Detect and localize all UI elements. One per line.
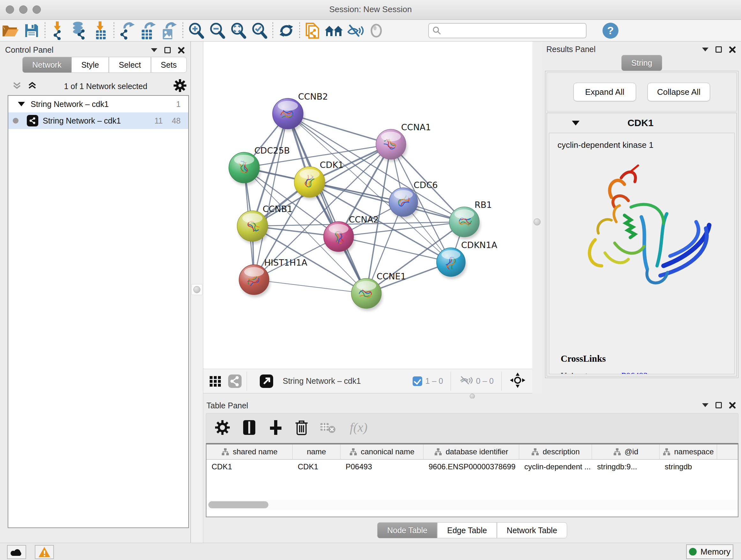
eye-disabled-icon[interactable]	[366, 21, 387, 40]
column-tree-icon	[221, 448, 229, 456]
scrollbar-thumb[interactable]	[208, 501, 268, 508]
table-cell[interactable]: cyclin-dependent ...	[519, 460, 592, 474]
column-header-shared-name[interactable]: shared name	[206, 444, 293, 459]
column-header-canonical-name[interactable]: canonical name	[340, 444, 423, 459]
table-row[interactable]: CDK1CDK1P064939606.ENSP00000378699cyclin…	[206, 460, 738, 474]
expand-all-button[interactable]: Expand All	[574, 83, 636, 101]
import-network-file-icon[interactable]	[48, 21, 69, 40]
node-label-CDKN1A: CDKN1A	[461, 240, 497, 250]
column-label: namespace	[674, 447, 714, 456]
export-table-icon[interactable]	[138, 21, 159, 40]
zoom-fit-icon[interactable]	[228, 21, 249, 40]
import-table-icon[interactable]	[90, 21, 111, 40]
hidden-counts: 0 – 0	[476, 376, 494, 386]
network-options-gear-icon[interactable]	[174, 79, 186, 93]
tab-select[interactable]: Select	[109, 57, 151, 73]
table-cell[interactable]: CDK1	[293, 460, 340, 474]
gene-entry: CDK1 cyclin-dependent kinase 1	[547, 113, 737, 376]
refresh-icon[interactable]	[276, 21, 297, 40]
hide-eye-icon[interactable]	[345, 21, 366, 40]
close-panel-icon[interactable]	[729, 401, 736, 409]
panel-menu-icon[interactable]	[702, 403, 709, 407]
export-image-icon[interactable]	[159, 21, 180, 40]
tab-style[interactable]: Style	[71, 57, 109, 73]
table-cell[interactable]: 9606.ENSP00000378699	[423, 460, 519, 474]
create-column-icon[interactable]	[269, 420, 283, 437]
zoom-selected-icon[interactable]	[249, 21, 270, 40]
table-options-gear-icon[interactable]	[215, 420, 230, 436]
houses-icon[interactable]	[324, 21, 345, 40]
crosslink-link[interactable]: P06493	[621, 371, 648, 374]
file-share-icon[interactable]	[302, 21, 324, 40]
tab-string[interactable]: String	[621, 55, 662, 71]
float-panel-icon[interactable]	[716, 46, 722, 53]
cloud-status-button[interactable]	[7, 545, 26, 559]
collapse-all-button[interactable]: Collapse All	[648, 83, 710, 101]
float-panel-icon[interactable]	[716, 402, 722, 408]
network-node-HIST1H1A[interactable]: HIST1H1A	[239, 258, 308, 297]
search-input[interactable]	[442, 24, 583, 37]
right-splitter[interactable]	[532, 42, 542, 393]
column-header-database-identifier[interactable]: database identifier	[423, 444, 519, 459]
hidden-eye-icon[interactable]	[459, 373, 473, 389]
selected-checkbox-icon[interactable]	[413, 376, 422, 386]
warning-status-button[interactable]	[35, 545, 54, 559]
tab-network[interactable]: Network	[22, 57, 71, 73]
gene-entry-header[interactable]: CDK1	[547, 113, 737, 133]
import-network-database-icon[interactable]	[69, 21, 90, 40]
memory-button[interactable]: Memory	[686, 544, 733, 559]
node-label-CCNA2: CCNA2	[349, 214, 379, 225]
splitter-handle-icon[interactable]	[192, 284, 202, 295]
splitter-handle-icon[interactable]	[532, 216, 542, 227]
table-cell[interactable]: P06493	[340, 460, 423, 474]
export-network-icon[interactable]	[117, 21, 138, 40]
network-node-CDKN1A[interactable]: CDKN1A	[436, 240, 497, 279]
collapse-all-icon[interactable]	[11, 80, 22, 92]
network-row-selected[interactable]: String Network – cdk1 11 48	[8, 112, 188, 129]
network-node-CCNB1[interactable]: CCNB1	[237, 204, 293, 244]
open-in-new-window-icon[interactable]	[259, 374, 274, 388]
panel-menu-icon[interactable]	[702, 48, 709, 51]
save-session-icon[interactable]	[21, 21, 42, 40]
float-panel-icon[interactable]	[164, 47, 171, 53]
tab-node-table[interactable]: Node Table	[377, 522, 437, 538]
close-panel-icon[interactable]	[729, 46, 736, 53]
column-header-description[interactable]: description	[519, 444, 592, 459]
network-node-RB1[interactable]: RB1	[449, 200, 492, 240]
panel-menu-icon[interactable]	[151, 48, 157, 52]
collapse-entry-icon[interactable]	[572, 121, 580, 125]
horizontal-splitter[interactable]	[203, 393, 741, 398]
network-collection-row[interactable]: String Network – cdk1 1	[8, 96, 188, 112]
network-node-CCNA1[interactable]: CCNA1	[376, 122, 431, 162]
grid-view-icon[interactable]	[208, 374, 222, 388]
delete-columns-icon[interactable]	[295, 419, 308, 437]
function-builder-icon[interactable]: f(x)	[348, 419, 374, 437]
birdseye-crosshair-icon[interactable]	[509, 372, 526, 390]
show-columns-icon[interactable]	[242, 420, 257, 437]
tab-sets[interactable]: Sets	[151, 57, 187, 73]
collection-expand-icon[interactable]	[18, 102, 25, 106]
tab-network-table[interactable]: Network Table	[497, 522, 567, 538]
zoom-in-icon[interactable]	[186, 21, 207, 40]
help-icon[interactable]: ?	[600, 21, 621, 40]
open-session-icon[interactable]	[0, 21, 21, 40]
expand-all-icon[interactable]	[27, 80, 38, 92]
network-node-CDK1[interactable]: CDK1	[294, 160, 344, 200]
left-splitter[interactable]	[191, 42, 203, 543]
column-header-@id[interactable]: @id	[592, 444, 660, 459]
table-horizontal-scrollbar[interactable]	[206, 500, 738, 509]
network-node-CDC25B[interactable]: CDC25B	[229, 145, 290, 186]
delete-table-icon[interactable]	[320, 421, 336, 435]
table-cell[interactable]: CDK1	[206, 460, 293, 474]
status-bar: Memory	[0, 543, 741, 560]
tab-edge-table[interactable]: Edge Table	[437, 522, 497, 538]
column-header-namespace[interactable]: namespace	[660, 444, 717, 459]
table-cell[interactable]: stringdb:9...	[592, 460, 660, 474]
column-header-name[interactable]: name	[293, 444, 340, 459]
network-canvas[interactable]: CCNB2CCNA1CDC25BCDK1CDC6RB1CCNB1CCNA2CDK…	[203, 42, 532, 369]
zoom-out-icon[interactable]	[207, 21, 228, 40]
network-share-view-icon[interactable]	[227, 374, 242, 388]
table-cell[interactable]: stringdb	[660, 460, 717, 474]
close-panel-icon[interactable]	[178, 47, 185, 54]
network-node-CCNB2[interactable]: CCNB2	[273, 91, 328, 132]
